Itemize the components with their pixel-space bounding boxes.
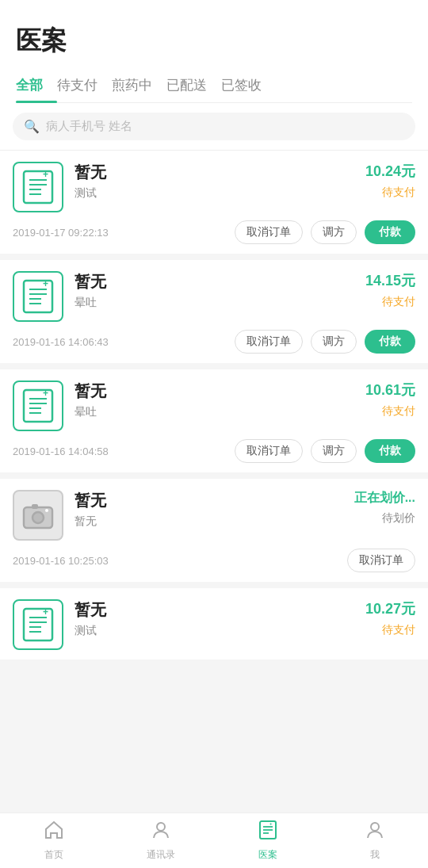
card-time: 2019-01-16 10:25:03 xyxy=(13,555,339,567)
card-price: 10.24元 xyxy=(365,162,415,181)
card-price: 14.15元 xyxy=(365,271,415,290)
card-top: + 暂无 测试 10.27元 待支付 xyxy=(13,599,415,650)
card-status: 待支付 xyxy=(382,404,415,419)
prescription-icon: + xyxy=(13,162,63,212)
search-field[interactable]: 🔍 病人手机号 姓名 xyxy=(13,113,415,140)
pay-button[interactable]: 付款 xyxy=(365,330,415,354)
page-title: 医案 xyxy=(16,16,412,68)
bottom-nav: 首页 通讯录 + 医案 我 xyxy=(0,813,428,868)
card-list: + 暂无 测试 10.24元 待支付 2019-01-17 09:22:13 取… xyxy=(0,151,428,813)
prescription-icon: + xyxy=(13,380,63,431)
pay-button[interactable]: 付款 xyxy=(365,220,415,244)
svg-text:+: + xyxy=(43,169,48,180)
list-item: + 暂无 晕吐 14.15元 待支付 2019-01-16 14:06:43 取… xyxy=(0,260,428,363)
me-icon xyxy=(365,820,385,845)
card-info: 暂无 测试 xyxy=(75,599,317,638)
svg-point-34 xyxy=(371,823,379,831)
list-item: + 暂无 测试 10.24元 待支付 2019-01-17 09:22:13 取… xyxy=(0,151,428,254)
search-placeholder: 病人手机号 姓名 xyxy=(46,119,132,134)
card-top: + 暂无 晕吐 14.15元 待支付 xyxy=(13,271,415,322)
list-item: + 暂无 晕吐 10.61元 待支付 2019-01-16 14:04:58 取… xyxy=(0,369,428,472)
card-status: 待支付 xyxy=(382,623,415,637)
nav-home[interactable]: 首页 xyxy=(0,813,107,868)
card-name: 暂无 xyxy=(75,271,317,293)
svg-point-21 xyxy=(45,509,48,512)
card-time: 2019-01-16 14:06:43 xyxy=(13,336,227,348)
nav-contacts-label: 通讯录 xyxy=(147,848,175,862)
header: 医案 全部 待支付 煎药中 已配送 已签收 xyxy=(0,0,428,103)
card-desc: 测试 xyxy=(75,186,317,201)
card-price-calculating: 正在划价... xyxy=(354,490,415,507)
nav-medical-label: 医案 xyxy=(258,848,277,862)
card-name: 暂无 xyxy=(75,490,317,511)
list-item: 暂无 暂无 正在划价... 待划价 2019-01-16 10:25:03 取消… xyxy=(0,479,428,582)
svg-point-19 xyxy=(32,512,44,523)
card-price-area: 10.61元 待支付 xyxy=(328,380,415,419)
card-price: 10.61元 xyxy=(365,380,415,400)
card-desc: 测试 xyxy=(75,624,317,638)
card-info: 暂无 暂无 xyxy=(75,490,317,529)
card-time: 2019-01-16 14:04:58 xyxy=(13,445,227,457)
search-bar: 🔍 病人手机号 姓名 xyxy=(0,103,428,151)
prescription-icon: + xyxy=(13,599,63,650)
svg-text:+: + xyxy=(269,821,273,826)
nav-medical[interactable]: + 医案 xyxy=(214,813,321,868)
medical-icon: + xyxy=(258,820,278,845)
card-top: + 暂无 晕吐 10.61元 待支付 xyxy=(13,380,415,431)
card-name: 暂无 xyxy=(75,162,317,183)
tab-decocting[interactable]: 煎药中 xyxy=(112,68,166,102)
card-bottom: 2019-01-17 09:22:13 取消订单 调方 付款 xyxy=(13,220,415,244)
card-info: 暂无 晕吐 xyxy=(75,380,317,419)
tab-pending-pay[interactable]: 待支付 xyxy=(57,68,112,102)
cancel-order-button[interactable]: 取消订单 xyxy=(347,549,415,572)
svg-text:+: + xyxy=(43,278,48,289)
nav-contacts[interactable]: 通讯录 xyxy=(107,813,214,868)
card-status: 待支付 xyxy=(382,185,415,200)
card-desc: 暂无 xyxy=(75,514,317,529)
tab-delivered[interactable]: 已配送 xyxy=(166,68,221,102)
card-price-area: 正在划价... 待划价 xyxy=(328,490,415,526)
card-desc: 晕吐 xyxy=(75,405,317,419)
adjust-prescription-button[interactable]: 调方 xyxy=(311,439,357,463)
adjust-prescription-button[interactable]: 调方 xyxy=(311,330,357,354)
search-icon: 🔍 xyxy=(24,119,40,134)
card-name: 暂无 xyxy=(75,599,317,621)
card-desc: 晕吐 xyxy=(75,296,317,310)
cancel-order-button[interactable]: 取消订单 xyxy=(235,220,303,244)
card-price: 10.27元 xyxy=(365,599,415,618)
svg-text:+: + xyxy=(43,388,48,399)
card-bottom: 2019-01-16 10:25:03 取消订单 xyxy=(13,549,415,572)
card-price-area: 10.27元 待支付 xyxy=(328,599,415,637)
contacts-icon xyxy=(151,820,171,845)
nav-home-label: 首页 xyxy=(44,848,63,862)
prescription-icon: + xyxy=(13,271,63,322)
adjust-prescription-button[interactable]: 调方 xyxy=(311,220,357,244)
card-top: 暂无 暂无 正在划价... 待划价 xyxy=(13,490,415,541)
tab-all[interactable]: 全部 xyxy=(16,68,57,102)
card-top: + 暂无 测试 10.24元 待支付 xyxy=(13,162,415,212)
card-price-area: 14.15元 待支付 xyxy=(328,271,415,309)
card-time: 2019-01-17 09:22:13 xyxy=(13,227,227,239)
pay-button[interactable]: 付款 xyxy=(365,439,415,463)
svg-text:+: + xyxy=(43,606,48,618)
cancel-order-button[interactable]: 取消订单 xyxy=(235,330,303,354)
card-status: 待支付 xyxy=(382,295,415,309)
card-status-calculating: 待划价 xyxy=(382,511,415,526)
svg-point-28 xyxy=(157,823,165,831)
svg-rect-20 xyxy=(32,504,38,509)
tab-signed[interactable]: 已签收 xyxy=(221,68,276,102)
camera-icon xyxy=(13,490,63,541)
card-price-area: 10.24元 待支付 xyxy=(328,162,415,200)
card-name: 暂无 xyxy=(75,380,317,402)
nav-me-label: 我 xyxy=(370,848,380,862)
card-info: 暂无 晕吐 xyxy=(75,271,317,310)
cancel-order-button[interactable]: 取消订单 xyxy=(235,439,303,463)
card-bottom: 2019-01-16 14:06:43 取消订单 调方 付款 xyxy=(13,330,415,354)
list-item: + 暂无 测试 10.27元 待支付 xyxy=(0,588,428,660)
nav-me[interactable]: 我 xyxy=(321,813,428,868)
home-icon xyxy=(44,820,64,845)
card-bottom: 2019-01-16 14:04:58 取消订单 调方 付款 xyxy=(13,439,415,463)
tab-bar: 全部 待支付 煎药中 已配送 已签收 xyxy=(16,68,412,103)
card-info: 暂无 测试 xyxy=(75,162,317,201)
